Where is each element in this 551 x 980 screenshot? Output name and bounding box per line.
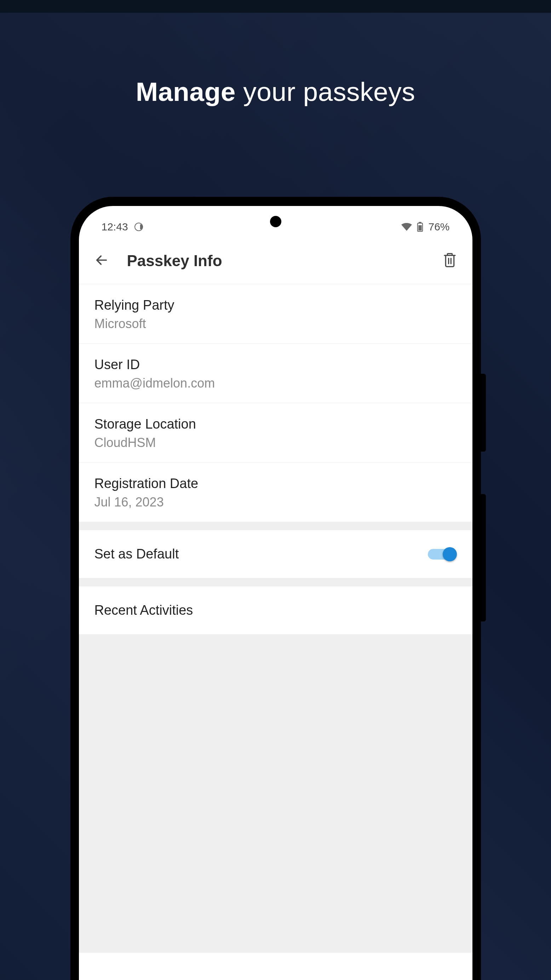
storage-location-label: Storage Location [94, 417, 457, 432]
battery-percent: 76% [428, 221, 449, 233]
page-top-strip [0, 0, 551, 13]
wifi-icon [401, 223, 412, 231]
toggle-thumb [443, 547, 457, 561]
empty-area [79, 634, 473, 953]
status-time: 12:43 [102, 221, 128, 233]
set-as-default-label: Set as Default [94, 546, 179, 562]
section-divider [79, 578, 473, 587]
phone-power-button [481, 494, 486, 622]
headline-rest: your passkeys [236, 77, 415, 107]
headline-bold: Manage [136, 77, 236, 107]
user-id-row[interactable]: User ID emma@idmelon.com [79, 344, 473, 403]
user-id-value: emma@idmelon.com [94, 376, 457, 391]
arrow-left-icon [94, 253, 109, 267]
passkey-info-list: Relying Party Microsoft User ID emma@idm… [79, 284, 473, 522]
phone-volume-button [481, 374, 486, 452]
back-button[interactable] [94, 253, 109, 269]
status-left: 12:43 [102, 221, 143, 233]
phone-screen: 12:43 [79, 206, 473, 980]
storage-location-value: CloudHSM [94, 435, 457, 450]
camera-notch [270, 216, 281, 227]
page-headline: Manage your passkeys [0, 76, 551, 107]
page-title: Passkey Info [127, 252, 222, 270]
relying-party-label: Relying Party [94, 298, 457, 313]
page-background: Manage your passkeys 12:43 [0, 13, 551, 980]
set-as-default-row[interactable]: Set as Default [79, 530, 473, 578]
svg-rect-2 [419, 225, 422, 231]
phone-frame: 12:43 [70, 197, 481, 980]
recent-activities-row[interactable]: Recent Activities [79, 587, 473, 634]
do-not-disturb-icon [134, 223, 143, 231]
app-header: Passkey Info [79, 240, 473, 284]
set-as-default-toggle[interactable] [428, 547, 457, 561]
registration-date-value: Jul 16, 2023 [94, 495, 457, 510]
user-id-label: User ID [94, 357, 457, 372]
delete-button[interactable] [443, 252, 457, 269]
registration-date-label: Registration Date [94, 476, 457, 491]
status-right: 76% [401, 221, 449, 233]
storage-location-row[interactable]: Storage Location CloudHSM [79, 403, 473, 463]
section-divider [79, 522, 473, 530]
registration-date-row[interactable]: Registration Date Jul 16, 2023 [79, 463, 473, 522]
relying-party-row[interactable]: Relying Party Microsoft [79, 284, 473, 344]
trash-icon [443, 252, 457, 268]
battery-icon [417, 222, 423, 232]
recent-activities-label: Recent Activities [94, 603, 193, 617]
relying-party-value: Microsoft [94, 317, 457, 331]
